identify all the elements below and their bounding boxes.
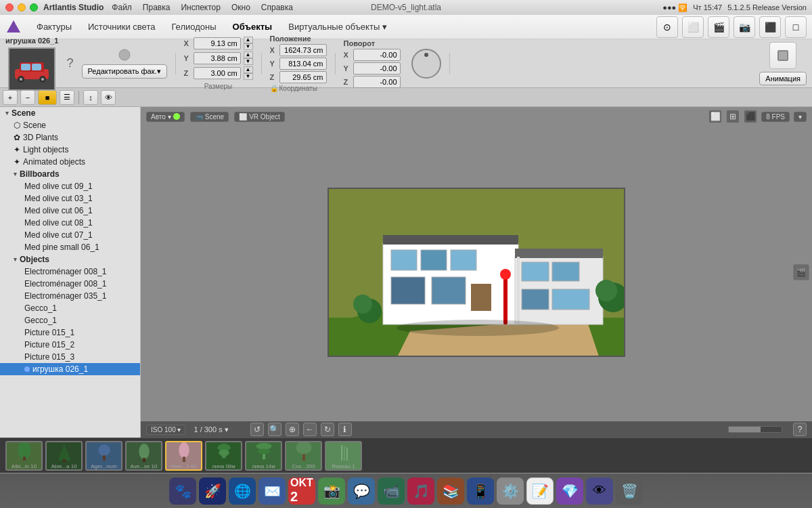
menu-objects[interactable]: Объекты	[226, 19, 279, 35]
thumb-albi[interactable]: Albi...in 10	[5, 441, 43, 471]
y-input[interactable]	[194, 52, 241, 64]
menu-lights[interactable]: Источники света	[81, 19, 162, 35]
thumb-ave[interactable]: Ave...se 10	[125, 441, 162, 471]
fps-dropdown[interactable]: ▾	[794, 112, 807, 122]
pos-y-input[interactable]	[279, 58, 327, 70]
close-button[interactable]	[5, 3, 14, 12]
x-stepper[interactable]: ▲▼	[244, 37, 253, 50]
thumb-abie[interactable]: Abie...a 10	[45, 441, 83, 471]
auto-button[interactable]: Авто ▾	[146, 112, 185, 122]
tree-obj-3[interactable]: Electroménager 035_1	[0, 290, 140, 302]
thumb-ager[interactable]: Ager...num	[85, 441, 122, 471]
menu-textures[interactable]: Фактуры	[30, 19, 78, 35]
dock-messages[interactable]: 💬	[348, 478, 375, 505]
pos-z-input[interactable]	[279, 71, 327, 83]
iso-button[interactable]: ISO 100 ▾	[146, 425, 185, 435]
thumb-lina2[interactable]: лина 14м	[245, 441, 282, 471]
dock-notes[interactable]: 📝	[526, 478, 554, 505]
tree-billboards-section[interactable]: ▾ Billboards	[0, 168, 140, 180]
window-controls[interactable]	[5, 3, 38, 12]
dock-finder[interactable]: 🐾	[169, 478, 196, 505]
dock-ibooks[interactable]: 📚	[437, 478, 464, 505]
nav-btn[interactable]: ←	[303, 423, 317, 436]
sub-arrow-btn[interactable]: ↕	[83, 90, 98, 105]
tree-scene-root[interactable]: ▾ Scene	[0, 107, 140, 119]
tree-bill-5[interactable]: Med olive cut 07_1	[0, 229, 140, 241]
dock-facetime[interactable]: 📹	[378, 478, 405, 505]
pos-x-input[interactable]	[279, 44, 327, 56]
dock-system-prefs[interactable]: ⚙️	[497, 478, 524, 505]
tree-bill-4[interactable]: Med olive cut 08_1	[0, 217, 140, 229]
tree-bill-1[interactable]: Med olive cut 09_1	[0, 180, 140, 192]
help-btn[interactable]: ?	[793, 423, 807, 436]
dock-mail[interactable]: ✉️	[258, 478, 286, 505]
maximize-button[interactable]	[30, 3, 38, 12]
side-icon-render[interactable]: 🎬	[793, 264, 809, 280]
toolbar-btn-3[interactable]: 🎬	[708, 16, 729, 38]
sub-minus-btn[interactable]: −	[20, 90, 35, 105]
toolbar-btn-5[interactable]: ⬛	[759, 16, 781, 38]
move-btn[interactable]: ⊕	[286, 423, 299, 436]
rot-x-input[interactable]	[353, 49, 401, 61]
tree-objects-section[interactable]: ▾ Objects	[0, 253, 140, 266]
dock-calendar[interactable]: OKT2	[288, 478, 315, 505]
tree-bill-3[interactable]: Med olive cut 06_1	[0, 205, 140, 217]
menu-inspector[interactable]: Инспектор	[181, 3, 221, 12]
menu-window[interactable]: Окно	[231, 3, 250, 12]
thumb-lina1[interactable]: лина 08м	[205, 441, 242, 471]
toolbar-btn-4[interactable]: 📷	[734, 16, 755, 38]
dock-trash[interactable]: 🗑️	[616, 478, 643, 505]
menu-edit[interactable]: Правка	[143, 3, 171, 12]
x-input[interactable]	[194, 37, 241, 49]
dock-preview[interactable]: 👁	[586, 478, 613, 505]
viewport-icon-3[interactable]: ⬛	[744, 110, 757, 123]
dock-photos[interactable]: 📸	[318, 478, 345, 505]
z-input[interactable]	[194, 67, 241, 79]
dock-safari[interactable]: 🌐	[229, 478, 256, 505]
minimize-button[interactable]	[18, 3, 26, 12]
tree-obj-2[interactable]: Electroménager 008_1	[0, 278, 140, 290]
info-btn[interactable]: ℹ	[338, 423, 352, 436]
edit-material-button[interactable]: Редактировать фак.▾	[82, 64, 167, 79]
tree-obj-8[interactable]: Picture 015_3	[0, 351, 140, 363]
tree-bill-6[interactable]: Med pine small 06_1	[0, 241, 140, 253]
redo-btn[interactable]: ↻	[321, 423, 334, 436]
sub-plus-btn[interactable]: +	[3, 90, 18, 105]
tree-scene-item[interactable]: ⬡ Scene	[0, 119, 140, 131]
dock-artlantis[interactable]: 💎	[556, 478, 583, 505]
thumb-roseau[interactable]: Roseau 1	[325, 441, 362, 471]
rot-z-input[interactable]	[353, 76, 401, 88]
zoom-btn[interactable]: 🔍	[268, 423, 281, 436]
tree-lightobjects-item[interactable]: ✦ Light objects	[0, 144, 140, 156]
toolbar-btn-2[interactable]: ⬜	[682, 16, 704, 38]
menu-helio[interactable]: Гелиодоны	[164, 19, 223, 35]
help-icon[interactable]: ?	[66, 56, 73, 70]
animation-button[interactable]: Анимация	[759, 72, 807, 85]
menu-help[interactable]: Справка	[261, 3, 293, 12]
tree-obj-6[interactable]: Picture 015_1	[0, 326, 140, 339]
tree-obj-1[interactable]: Electroménager 008_1	[0, 266, 140, 278]
rotation-dial[interactable]	[411, 49, 441, 79]
tree-obj-selected[interactable]: игрушка 026_1	[0, 363, 140, 375]
tree-bill-2[interactable]: Med olive cut 03_1	[0, 192, 140, 205]
rot-y-input[interactable]	[353, 62, 401, 75]
menu-virtual[interactable]: Виртуальные объекты ▾	[281, 19, 394, 35]
thumb-coc[interactable]: Coc...350	[285, 441, 322, 471]
dock-launchpad[interactable]: 🚀	[199, 478, 226, 505]
vr-object-btn[interactable]: ⬜ VR Object	[234, 112, 285, 122]
y-stepper[interactable]: ▲▼	[244, 51, 253, 65]
scene-label-btn[interactable]: 📹 Scene	[190, 112, 229, 122]
undo-btn[interactable]: ↺	[250, 423, 264, 436]
sub-eye-btn[interactable]: 👁	[101, 90, 116, 105]
dock-appstore[interactable]: 📱	[467, 478, 494, 505]
toolbar-btn-1[interactable]: ⊙	[656, 16, 678, 38]
render-icon[interactable]	[769, 42, 796, 69]
viewport-icon-2[interactable]: ⊞	[726, 110, 740, 123]
tree-animobjects-item[interactable]: ✦ Animated objects	[0, 156, 140, 168]
tree-obj-7[interactable]: Picture 015_2	[0, 339, 140, 351]
menu-file[interactable]: Файл	[112, 3, 132, 12]
thumb-tonch[interactable]: тонч...1 01	[165, 441, 202, 471]
tree-3dplants-item[interactable]: ✿ 3D Plants	[0, 131, 140, 144]
sub-list-btn[interactable]: ☰	[60, 90, 74, 105]
tree-obj-5[interactable]: Gecco_1	[0, 314, 140, 326]
